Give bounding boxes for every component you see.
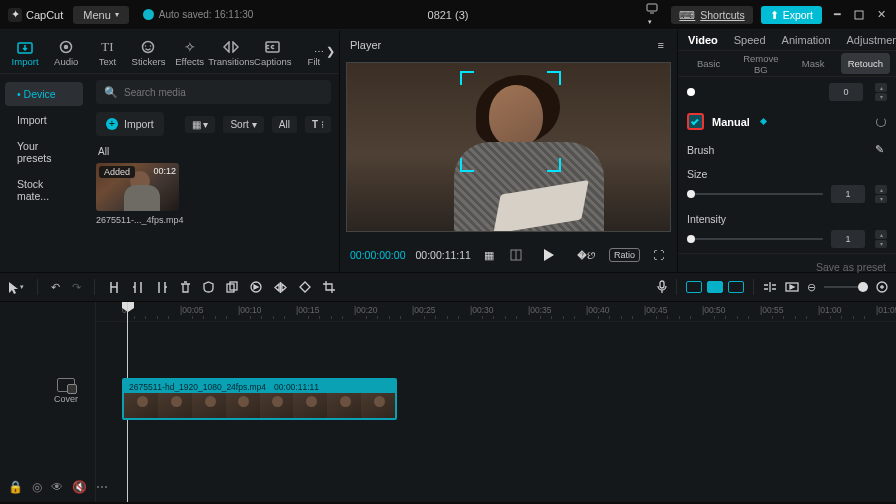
crop-icon[interactable] [323,281,335,293]
tab-effects[interactable]: ✧Effects [171,37,209,67]
size-slider[interactable] [687,193,823,195]
ruler-tick: |00:10 [238,305,261,315]
step-up-icon[interactable]: ▴ [875,230,887,239]
tab-audio[interactable]: Audio [47,37,85,67]
media-thumbnail[interactable]: Added 00:12 [96,163,179,211]
manual-label: Manual [712,116,750,128]
cover-label: Cover [54,394,78,404]
ratio-button[interactable]: Ratio [609,248,640,262]
preview-icon[interactable] [785,282,799,292]
size-value[interactable]: 1 [831,185,865,203]
rotate-icon[interactable] [299,281,311,293]
shield-icon[interactable] [203,281,214,293]
player-viewport[interactable] [340,60,677,238]
app-logo: ✦CapCut [8,8,63,22]
tab-adjustment[interactable]: Adjustment [843,30,897,50]
lock-icon[interactable]: 🔒 [8,480,23,494]
subtab-mask[interactable]: Mask [789,53,838,74]
subtab-removebg[interactable]: Remove BG [736,53,785,74]
tab-animation[interactable]: Animation [778,30,835,50]
align-icon[interactable] [763,282,777,292]
visibility-icon[interactable]: 👁 [51,480,63,494]
split-left-icon[interactable] [132,281,144,294]
ruler-tick: |00:45 [644,305,667,315]
subtab-basic[interactable]: Basic [684,53,733,74]
subtab-retouch[interactable]: Retouch [841,53,890,74]
thumbnail-view-icon[interactable]: ▦ [481,247,497,264]
ruler-tick: |00:05 [180,305,203,315]
display-icon[interactable]: ▾ [643,1,663,28]
view-grid-icon[interactable]: ▦ ▾ [185,116,216,133]
import-button[interactable]: +Import [96,112,164,136]
zoom-slider[interactable] [824,286,868,288]
tab-text[interactable]: TIText [88,37,126,67]
timeline-ruler[interactable]: 0 |00:05|00:10|00:15|00:20|00:25|00:30|0… [96,302,896,322]
delete-icon[interactable] [180,281,191,293]
autosave-indicator: Auto saved: 16:11:30 [143,9,254,20]
step-down-icon[interactable]: ▾ [875,195,887,204]
menu-button[interactable]: Menu▾ [73,6,129,24]
step-up-icon[interactable]: ▴ [875,83,887,92]
play-button[interactable] [540,246,558,264]
tab-video[interactable]: Video [684,30,722,50]
reset-icon[interactable] [875,116,887,128]
select-tool-icon[interactable]: ▾ [8,281,24,294]
step-down-icon[interactable]: ▾ [875,93,887,102]
split-right-icon[interactable] [156,281,168,294]
source-presets[interactable]: Your presets [5,134,83,170]
tab-transitions[interactable]: Transitions [212,37,251,67]
fit-icon[interactable] [876,281,888,293]
tab-stickers[interactable]: Stickers [129,37,167,67]
ruler-tick: |00:25 [412,305,435,315]
split-icon[interactable] [108,281,120,294]
svg-rect-6 [266,42,279,52]
zoom-out-icon[interactable]: ⊖ [807,281,816,294]
slider-thumb[interactable] [687,88,695,96]
search-input[interactable] [124,87,323,98]
value-box[interactable]: 0 [829,83,863,101]
more-tabs-icon[interactable]: ⋯❯ [314,45,335,58]
step-down-icon[interactable]: ▾ [875,240,887,249]
size-label: Size [687,168,887,180]
mic-icon[interactable] [657,280,667,294]
brush-icon[interactable]: ✎ [872,141,887,158]
target-icon[interactable]: ◎ [32,480,42,494]
minimize-icon[interactable]: ━ [830,8,844,21]
search-icon: 🔍 [104,86,118,99]
cover-icon[interactable] [57,378,75,392]
source-stock[interactable]: Stock mate... [5,172,83,208]
timecode-total: 00:00:11:11 [415,249,470,261]
shortcuts-button[interactable]: ⌨Shortcuts [671,6,752,24]
intensity-value[interactable]: 1 [831,230,865,248]
tab-captions[interactable]: Captions [254,37,292,67]
undo-icon[interactable]: ↶ [51,281,60,294]
keyframe-icon[interactable] [760,118,767,125]
step-up-icon[interactable]: ▴ [875,185,887,194]
player-menu-icon[interactable]: ≡ [655,37,667,53]
search-media[interactable]: 🔍 [96,80,331,104]
mirror-icon[interactable] [274,282,287,293]
copy-icon[interactable] [226,281,238,293]
save-preset-button[interactable]: Save as preset [678,253,896,280]
mute-icon[interactable]: 🔇 [72,480,87,494]
close-icon[interactable]: ✕ [874,8,888,21]
scan-icon[interactable]: �છ⁠ [574,247,599,264]
source-import[interactable]: Import [5,108,83,132]
filter-all-button[interactable]: All [272,116,297,133]
intensity-slider[interactable] [687,238,823,240]
compare-icon[interactable] [507,247,525,263]
redo-icon[interactable]: ↷ [72,281,81,294]
timeline-clip[interactable]: 2675511-hd_1920_1080_24fps.mp400:00:11:1… [122,378,397,420]
manual-checkbox[interactable] [687,113,704,130]
clip-duration: 00:00:11:11 [274,382,319,392]
source-device[interactable]: Device [5,82,83,106]
sort-button[interactable]: Sort ▾ [223,116,263,133]
fullscreen-icon[interactable]: ⛶ [650,247,667,263]
reverse-icon[interactable] [250,281,262,293]
tab-speed[interactable]: Speed [730,30,770,50]
maximize-icon[interactable] [852,10,866,20]
text-format-icon[interactable]: T⁝ [305,116,331,133]
export-button[interactable]: ⬆Export [761,6,822,24]
snap-toggle[interactable] [686,281,744,293]
tab-import[interactable]: Import [6,37,44,67]
